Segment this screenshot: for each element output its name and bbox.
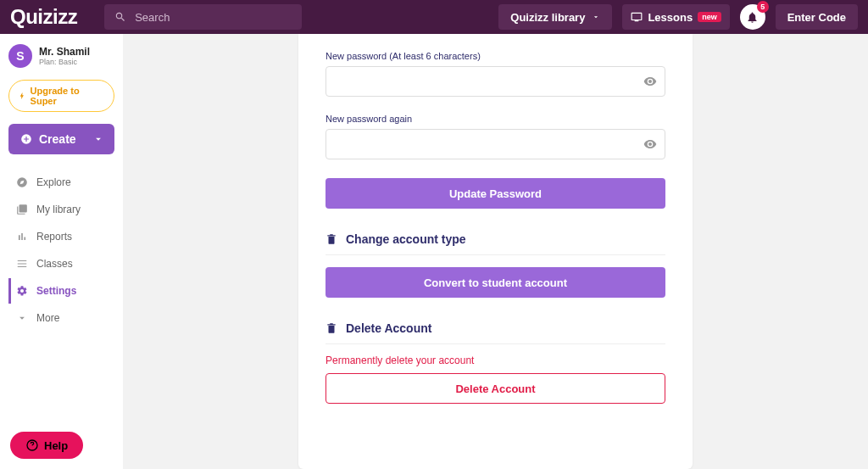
new-password-again-label: New password again [326,114,665,124]
trash-icon [326,322,337,334]
gear-icon [16,285,28,297]
bell-icon [746,11,759,24]
create-button[interactable]: Create [8,124,114,154]
create-label: Create [39,132,76,146]
notification-count: 5 [757,1,769,13]
search-placeholder: Search [135,11,170,24]
library-icon [16,204,28,215]
sidebar: S Mr. Shamil Plan: Basic Upgrade to Supe… [0,34,123,469]
screen-icon [631,11,643,23]
sidebar-item-label: More [36,312,59,324]
sidebar-item-more[interactable]: More [8,305,114,331]
eye-icon[interactable] [643,137,657,151]
chevron-down-icon [592,13,600,21]
sidebar-item-reports[interactable]: Reports [8,224,114,249]
delete-account-button[interactable]: Delete Account [326,373,665,404]
new-password-label: New password (At least 6 characters) [326,51,665,61]
compass-icon [16,176,28,188]
avatar: S [8,44,32,68]
delete-account-heading: Delete Account [326,321,665,344]
search-icon [114,11,126,23]
sidebar-item-explore[interactable]: Explore [8,170,114,195]
user-plan: Plan: Basic [39,58,90,66]
search-input[interactable]: Search [104,4,302,30]
update-password-button[interactable]: Update Password [326,178,665,209]
sidebar-item-my-library[interactable]: My library [8,197,114,222]
section-title: Delete Account [346,321,431,335]
convert-student-button[interactable]: Convert to student account [326,267,665,298]
user-row[interactable]: S Mr. Shamil Plan: Basic [8,42,114,70]
chart-icon [16,231,28,243]
classes-icon [16,258,28,270]
new-password-input[interactable] [326,66,665,97]
user-name: Mr. Shamil [39,46,90,58]
section-title: Change account type [346,232,466,246]
lessons-label: Lessons [648,11,693,24]
topbar: Quizizz Search Quizizz library Lessons n… [0,0,868,34]
bolt-icon [18,92,26,100]
change-account-type-heading: Change account type [326,232,665,255]
settings-card: New password (At least 6 characters) New… [298,34,693,469]
main-content: New password (At least 6 characters) New… [123,34,868,469]
upgrade-button[interactable]: Upgrade to Super [8,80,114,112]
eye-icon[interactable] [643,75,657,88]
logo: Quizizz [10,5,94,29]
sidebar-item-label: Settings [36,285,76,297]
plus-circle-icon [20,133,32,145]
new-password-again-input[interactable] [326,129,665,159]
upgrade-label: Upgrade to Super [31,86,105,106]
sidebar-item-settings[interactable]: Settings [8,278,114,304]
delete-warning: Permanently delete your account [326,355,665,366]
sidebar-item-label: Reports [36,231,72,243]
library-label: Quizizz library [510,11,585,24]
new-badge: new [698,12,721,22]
library-dropdown[interactable]: Quizizz library [498,4,612,30]
sidebar-item-classes[interactable]: Classes [8,251,114,276]
help-icon [25,438,39,452]
chevron-down-icon [16,312,28,324]
trash-icon [326,233,337,245]
enter-code-button[interactable]: Enter Code [776,4,858,30]
lessons-button[interactable]: Lessons new [622,4,729,30]
help-button[interactable]: Help [10,432,83,459]
sidebar-item-label: Classes [36,258,73,270]
help-label: Help [44,439,68,452]
chevron-down-icon [92,133,104,145]
notifications-button[interactable]: 5 [740,4,765,30]
sidebar-item-label: My library [36,204,81,215]
sidebar-item-label: Explore [36,176,71,188]
